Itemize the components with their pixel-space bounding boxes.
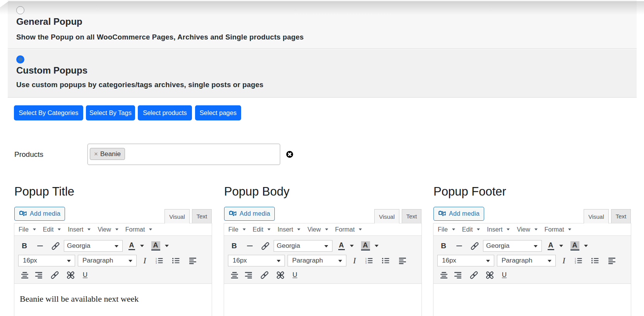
svg-text:3: 3 [575,262,576,264]
svg-text:3: 3 [156,262,157,264]
svg-text:3: 3 [365,262,367,264]
